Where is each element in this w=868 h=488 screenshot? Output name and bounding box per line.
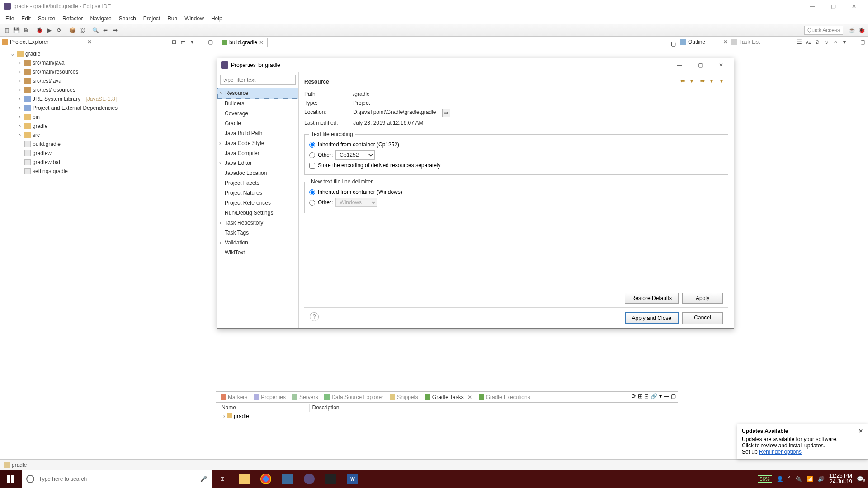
tree-node[interactable]: src/main/java — [33, 60, 65, 66]
tab-servers[interactable]: Servers — [289, 393, 321, 401]
editor-tab-build-gradle[interactable]: build.gradle ✕ — [218, 38, 268, 47]
category-javadoc-location[interactable]: Javadoc Location — [217, 168, 298, 178]
tab-snippets[interactable]: Snippets — [387, 393, 421, 401]
project-tree[interactable]: ⌄gradle ›src/main/java ›src/main/resourc… — [0, 47, 216, 459]
battery-indicator[interactable]: 56% — [758, 475, 772, 483]
app-button[interactable] — [277, 470, 298, 488]
tree-root[interactable]: gradle — [25, 51, 40, 57]
encoding-select[interactable]: Cp1252 — [335, 150, 375, 160]
notifications-button[interactable]: 💬6 — [857, 476, 863, 482]
quick-access-input[interactable]: Quick Access — [804, 26, 843, 35]
file-explorer-button[interactable] — [233, 470, 255, 488]
tab-gradle-executions[interactable]: Gradle Executions — [476, 393, 533, 401]
category-java-build-path[interactable]: Java Build Path — [217, 128, 298, 138]
link-editor-icon[interactable]: ⇄ — [179, 38, 187, 46]
close-view-icon[interactable]: ✕ — [722, 38, 729, 46]
gradle-tasks-table[interactable]: NameDescription › gradle — [219, 404, 675, 420]
category-project-natures[interactable]: Project Natures — [217, 188, 298, 198]
focus-icon[interactable]: ☰ — [796, 38, 803, 46]
apply-and-close-button[interactable]: Apply and Close — [625, 312, 679, 324]
volume-icon[interactable]: 🔊 — [818, 476, 825, 482]
category-task-repository[interactable]: Task Repository — [217, 218, 298, 228]
link-icon[interactable]: 🔗 — [651, 393, 657, 401]
start-button[interactable] — [0, 470, 22, 488]
tab-gradle-tasks[interactable]: Gradle Tasks✕ — [422, 393, 475, 402]
dialog-minimize-button[interactable]: — — [670, 59, 689, 71]
close-view-icon[interactable]: ✕ — [86, 38, 93, 46]
menu-edit[interactable]: Edit — [18, 14, 34, 23]
minimize-view-icon[interactable]: — — [850, 38, 857, 46]
debug-icon[interactable]: 🐞 — [35, 26, 44, 35]
menu-search[interactable]: Search — [115, 14, 140, 23]
tab-markers[interactable]: Markers — [218, 393, 250, 401]
menu-file[interactable]: File — [2, 14, 18, 23]
view-menu-icon[interactable]: ▾ — [189, 38, 196, 46]
category-run-debug[interactable]: Run/Debug Settings — [217, 208, 298, 218]
category-validation[interactable]: Validation — [217, 238, 298, 248]
tree-node[interactable]: settings.gradle — [33, 168, 68, 174]
dialog-maximize-button[interactable]: ▢ — [691, 59, 709, 71]
store-encoding-checkbox[interactable] — [309, 163, 315, 169]
tab-properties[interactable]: Properties — [251, 393, 288, 401]
outline-title[interactable]: Outline — [688, 39, 720, 45]
forward-menu-icon[interactable]: ▾ — [710, 78, 718, 86]
apply-button[interactable]: Apply — [682, 293, 723, 304]
hide-fields-icon[interactable]: ⊘ — [814, 38, 821, 46]
category-java-editor[interactable]: Java Editor — [217, 158, 298, 168]
back-icon[interactable]: ⬅ — [101, 26, 110, 35]
minimize-view-icon[interactable]: — — [198, 38, 205, 46]
encoding-other-radio[interactable] — [309, 152, 315, 158]
power-icon[interactable]: 🔌 — [795, 476, 802, 482]
forward-icon[interactable]: ➡ — [111, 26, 120, 35]
close-button[interactable]: ✕ — [844, 0, 864, 13]
task-view-button[interactable]: ⊞ — [212, 470, 233, 488]
minimize-editor-icon[interactable]: — — [664, 41, 669, 47]
dialog-titlebar[interactable]: Properties for gradle — ▢ ✕ — [217, 58, 734, 72]
tree-node[interactable]: bin — [33, 114, 40, 120]
maximize-view-icon[interactable]: ▢ — [671, 393, 676, 401]
tree-node[interactable]: gradlew — [33, 150, 52, 156]
category-resource[interactable]: Resource — [217, 88, 298, 99]
maximize-editor-icon[interactable]: ▢ — [671, 41, 676, 47]
back-icon[interactable]: ⬅ — [680, 78, 689, 86]
tray-expand-icon[interactable]: ˄ — [788, 476, 791, 482]
forward-icon[interactable]: ➡ — [700, 78, 708, 86]
delimiter-select[interactable]: Windows — [335, 198, 377, 207]
category-coverage[interactable]: Coverage — [217, 108, 298, 118]
delimiter-other-radio[interactable] — [309, 200, 315, 206]
menu-refactor[interactable]: Refactor — [59, 14, 86, 23]
add-icon[interactable]: ＋ — [624, 393, 630, 401]
category-gradle[interactable]: Gradle — [217, 118, 298, 128]
category-java-compiler[interactable]: Java Compiler — [217, 148, 298, 158]
tree-node[interactable]: gradle — [33, 123, 47, 129]
tree-node[interactable]: src/test/resources — [33, 87, 75, 93]
perspective-java-icon[interactable]: ☕ — [847, 26, 856, 35]
category-project-references[interactable]: Project References — [217, 198, 298, 208]
minimize-button[interactable]: — — [802, 0, 823, 13]
close-tab-icon[interactable]: ✕ — [467, 394, 472, 400]
clock[interactable]: 11:26 PM 24-Jul-19 — [829, 473, 852, 485]
filter-input[interactable] — [220, 75, 296, 85]
wifi-icon[interactable]: 📶 — [807, 476, 813, 482]
table-row[interactable]: gradle — [234, 413, 249, 419]
minimize-view-icon[interactable]: — — [664, 393, 669, 401]
menu-project[interactable]: Project — [140, 14, 164, 23]
eclipse-button[interactable] — [298, 470, 320, 488]
menu-help[interactable]: Help — [208, 14, 226, 23]
menu-run[interactable]: Run — [164, 14, 181, 23]
taskbar-search[interactable]: Type here to search 🎤 — [22, 470, 212, 488]
restore-defaults-button[interactable]: Restore Defaults — [625, 293, 679, 304]
help-button[interactable]: ? — [310, 312, 319, 321]
collapse-all-icon[interactable]: ⊟ — [170, 38, 178, 46]
collapse-icon[interactable]: ⊟ — [644, 393, 649, 401]
reminder-options-link[interactable]: Reminder options — [759, 449, 802, 455]
cancel-button[interactable]: Cancel — [682, 312, 723, 324]
search-icon[interactable]: 🔍 — [91, 26, 100, 35]
perspective-debug-icon[interactable]: 🐞 — [857, 26, 866, 35]
terminal-button[interactable] — [320, 470, 342, 488]
people-icon[interactable]: 👤 — [777, 476, 783, 482]
back-menu-icon[interactable]: ▾ — [690, 78, 698, 86]
run-last-icon[interactable]: ⟳ — [55, 26, 64, 35]
view-menu-icon[interactable]: ▾ — [659, 393, 662, 401]
tree-node[interactable]: Project and External Dependencies — [33, 105, 118, 111]
